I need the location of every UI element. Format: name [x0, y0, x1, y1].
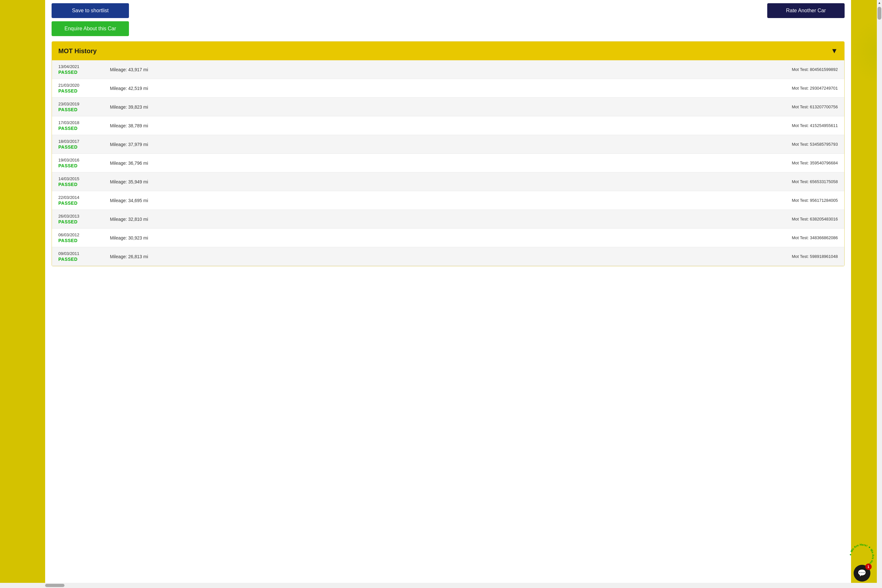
mot-test-number: Mot Test: 293047249701: [792, 86, 838, 91]
mot-mileage: Mileage: 35,949 mi: [110, 179, 792, 184]
vertical-scrollbar[interactable]: ▲ ▼: [877, 0, 882, 588]
mot-date: 06/03/2012: [58, 232, 110, 237]
mot-date: 17/03/2018: [58, 120, 110, 125]
page-wrapper: Save to shortlist Enquire About this Car…: [0, 0, 882, 588]
mot-mileage: Mileage: 34,695 mi: [110, 198, 792, 203]
mot-mileage: Mileage: 32,810 mi: [110, 217, 792, 222]
mot-status: PASSED: [58, 126, 110, 131]
mot-status: PASSED: [58, 163, 110, 168]
mot-date: 19/03/2016: [58, 158, 110, 162]
mot-test-number: Mot Test: 956171284005: [792, 198, 838, 203]
mot-test-number: Mot Test: 804561599892: [792, 67, 838, 72]
table-row: 21/03/2020 PASSED Mileage: 42,519 mi Mot…: [52, 79, 844, 98]
mot-date-status: 23/03/2019 PASSED: [58, 102, 110, 112]
mot-mileage: Mileage: 39,823 mi: [110, 105, 792, 110]
enquire-about-car-button[interactable]: Enquire About this Car: [52, 21, 129, 36]
mot-date: 26/03/2013: [58, 214, 110, 219]
mot-mileage: Mileage: 36,796 mi: [110, 160, 792, 166]
top-buttons-row: Save to shortlist Enquire About this Car…: [52, 3, 844, 36]
mot-date-status: 19/03/2016 PASSED: [58, 158, 110, 168]
mot-date-status: 14/03/2015 PASSED: [58, 176, 110, 187]
mot-test-number: Mot Test: 638205483016: [792, 217, 838, 222]
mot-date: 09/03/2011: [58, 251, 110, 256]
mot-mileage: Mileage: 43,917 mi: [110, 67, 792, 72]
scrollbar-thumb[interactable]: [878, 7, 881, 20]
table-row: 14/03/2015 PASSED Mileage: 35,949 mi Mot…: [52, 172, 844, 191]
mot-test-number: Mot Test: 359540796684: [792, 160, 838, 165]
chat-icon: 💬: [858, 569, 866, 578]
mot-date-status: 21/03/2020 PASSED: [58, 83, 110, 93]
mot-status: PASSED: [58, 201, 110, 206]
save-to-shortlist-button[interactable]: Save to shortlist: [52, 3, 129, 18]
mot-date: 22/03/2014: [58, 195, 110, 200]
mot-date-status: 17/03/2018 PASSED: [58, 120, 110, 131]
mot-test-number: Mot Test: 415254955611: [792, 123, 838, 128]
mot-status: PASSED: [58, 219, 110, 224]
table-row: 22/03/2014 PASSED Mileage: 34,695 mi Mot…: [52, 191, 844, 210]
mot-test-number: Mot Test: 598918961048: [792, 254, 838, 259]
table-row: 23/03/2019 PASSED Mileage: 39,823 mi Mot…: [52, 98, 844, 116]
chat-notification-badge: 1: [865, 564, 872, 570]
mot-history-title: MOT History: [58, 47, 97, 55]
mot-mileage: Mileage: 26,813 mi: [110, 254, 792, 259]
rate-another-car-button[interactable]: Rate Another Car: [767, 3, 844, 18]
mot-status: PASSED: [58, 182, 110, 187]
mot-status: PASSED: [58, 238, 110, 243]
mot-mileage: Mileage: 42,519 mi: [110, 86, 792, 91]
table-row: 06/03/2012 PASSED Mileage: 30,923 mi Mot…: [52, 228, 844, 247]
mot-status: PASSED: [58, 144, 110, 150]
main-content: Save to shortlist Enquire About this Car…: [45, 0, 851, 588]
mot-date: 13/04/2021: [58, 64, 110, 69]
mot-date-status: 26/03/2013 PASSED: [58, 214, 110, 224]
mot-test-number: Mot Test: 348366862086: [792, 236, 838, 240]
horizontal-scrollbar-thumb[interactable]: [45, 584, 64, 587]
table-row: 18/03/2017 PASSED Mileage: 37,979 mi Mot…: [52, 135, 844, 154]
right-background: [851, 0, 877, 588]
mot-status: PASSED: [58, 70, 110, 75]
table-row: 09/03/2011 PASSED Mileage: 26,813 mi Mot…: [52, 247, 844, 266]
mot-date: 14/03/2015: [58, 176, 110, 181]
mot-test-number: Mot Test: 534585795793: [792, 142, 838, 147]
mot-test-number: Mot Test: 613207700756: [792, 105, 838, 109]
table-row: 19/03/2016 PASSED Mileage: 36,796 mi Mot…: [52, 154, 844, 172]
chat-bubble-button[interactable]: 💬 1: [854, 565, 870, 582]
mot-date: 18/03/2017: [58, 139, 110, 144]
chat-widget: ✦ We Are Here! ✦ We Are Here! ✦ 💬 1: [848, 542, 876, 582]
mot-date-status: 13/04/2021 PASSED: [58, 64, 110, 75]
mot-date: 21/03/2020: [58, 83, 110, 88]
right-bg-decoration: [851, 20, 877, 84]
mot-status: PASSED: [58, 88, 110, 93]
mot-status: PASSED: [58, 107, 110, 112]
left-buttons-group: Save to shortlist Enquire About this Car: [52, 3, 129, 36]
scroll-up-arrow[interactable]: ▲: [878, 0, 881, 5]
right-buttons-group: Rate Another Car: [767, 3, 844, 18]
mot-test-number: Mot Test: 656533175058: [792, 179, 838, 184]
mot-mileage: Mileage: 30,923 mi: [110, 236, 792, 240]
mot-history-section: MOT History ▼ 13/04/2021 PASSED Mileage:…: [52, 41, 844, 266]
mot-date-status: 18/03/2017 PASSED: [58, 139, 110, 150]
mot-history-header[interactable]: MOT History ▼: [52, 42, 844, 60]
mot-mileage: Mileage: 38,789 mi: [110, 123, 792, 128]
mot-mileage: Mileage: 37,979 mi: [110, 142, 792, 147]
mot-date-status: 09/03/2011 PASSED: [58, 251, 110, 262]
left-background: [0, 0, 45, 588]
table-row: 26/03/2013 PASSED Mileage: 32,810 mi Mot…: [52, 210, 844, 228]
chevron-down-icon: ▼: [831, 47, 838, 55]
table-row: 13/04/2021 PASSED Mileage: 43,917 mi Mot…: [52, 60, 844, 79]
table-row: 17/03/2018 PASSED Mileage: 38,789 mi Mot…: [52, 116, 844, 135]
mot-date-status: 22/03/2014 PASSED: [58, 195, 110, 206]
horizontal-scrollbar[interactable]: [0, 583, 882, 588]
mot-history-table: 13/04/2021 PASSED Mileage: 43,917 mi Mot…: [52, 60, 844, 266]
mot-status: PASSED: [58, 256, 110, 262]
mot-date: 23/03/2019: [58, 102, 110, 106]
mot-date-status: 06/03/2012 PASSED: [58, 232, 110, 243]
